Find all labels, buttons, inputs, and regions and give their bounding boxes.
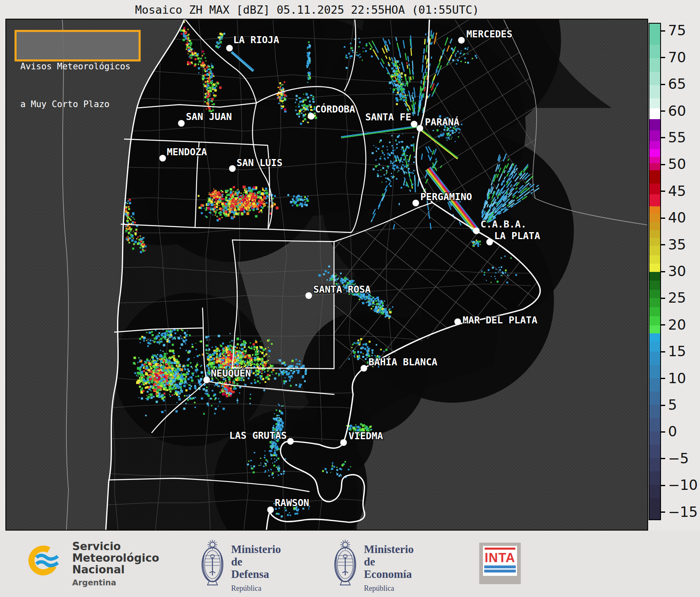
colorbar-tick [661, 405, 665, 406]
city-dot [305, 292, 312, 299]
city-dot [159, 155, 166, 161]
city-dot [411, 121, 417, 127]
city-dot [486, 239, 493, 245]
city-label: SAN JUAN [186, 111, 232, 122]
city-dot [458, 37, 465, 44]
city-dot [229, 165, 236, 172]
colorbar-tick-label: 50 [668, 156, 686, 173]
colorbar-tick-label: −5 [668, 450, 689, 467]
warning-badge-line1: Avisos Meteorológicos [20, 60, 135, 73]
colorbar-tick [661, 431, 665, 433]
coat-of-arms-icon [198, 536, 227, 588]
inta-logo: INTA [479, 543, 521, 584]
economia-line1: Ministerio [364, 543, 414, 555]
warning-badge[interactable]: Avisos Meteorológicos a Muy Corto Plazo [15, 30, 141, 61]
colorbar-tick [661, 244, 665, 245]
colorbar-tick-label: 75 [668, 22, 686, 39]
colorbar-tick-label: 5 [668, 396, 677, 413]
colorbar-tick [661, 84, 665, 85]
city-label: LA RIOJA [233, 34, 279, 45]
defensa-line1: Ministerio [231, 543, 281, 555]
colorbar-tick-label: 55 [668, 129, 686, 146]
colorbar-tick-label: −10 [668, 477, 698, 493]
colorbar-tick-label: 45 [668, 183, 686, 199]
city-label: CÓRDOBA [315, 103, 355, 115]
inta-panel: INTA [483, 546, 517, 576]
inta-bluebar-2 [484, 570, 516, 573]
colorbar-tick-label: 60 [668, 103, 686, 119]
city-dot [412, 200, 419, 206]
smn-line2: Meteorológico [72, 552, 159, 564]
colorbar-tick [661, 458, 665, 459]
colorbar-tick-label: 30 [668, 263, 686, 279]
colorbar-tick [661, 378, 665, 379]
inta-wordmark: INTA [483, 548, 517, 564]
smn-wordmark: Servicio Meteorológico Nacional Argentin… [72, 541, 159, 588]
ministerio-economia-text: Ministerio de Economía República Argenti… [364, 543, 414, 597]
city-label: VIEDMA [349, 431, 383, 441]
city-label: PARANÁ [425, 116, 459, 127]
city-dot [473, 228, 480, 234]
colorbar-tick-label: 15 [668, 343, 686, 360]
city-label: MERCEDES [466, 29, 512, 39]
colorbar-tick [661, 298, 665, 299]
city-dot [361, 365, 367, 372]
colorbar-tick-label: 70 [668, 49, 686, 66]
colorbar-tick-label: 40 [668, 209, 686, 226]
city-label: MAR DEL PLATA [463, 315, 537, 325]
defensa-line2: de Defensa [231, 555, 281, 580]
colorbar-tick [661, 351, 665, 352]
city-label: LAS GRUTAS [229, 430, 287, 441]
colorbar-tick-label: 20 [668, 316, 686, 333]
city-dot [267, 506, 274, 513]
city-dot [340, 439, 347, 446]
colorbar-tick [661, 110, 665, 112]
smn-line1: Servicio [72, 541, 159, 552]
city-label: BAHÍA BLANCA [368, 356, 437, 367]
colorbar-tick-label: 65 [668, 76, 686, 92]
colorbar-tick [661, 137, 665, 138]
colorbar-tick [661, 485, 665, 486]
colorbar-tick [661, 511, 665, 513]
colorbar-tick-label: 10 [668, 370, 686, 387]
inta-bluebar-1 [484, 565, 516, 568]
city-label: RAWSON [275, 497, 309, 508]
colorbar-tick-label: 35 [668, 236, 686, 253]
city-dot [203, 377, 210, 383]
warning-badge-line2: a Muy Corto Plazo [20, 98, 135, 110]
city-label: LA PLATA [494, 230, 540, 241]
city-label: C.A.B.A. [480, 219, 527, 230]
colorbar-tick-label: −15 [668, 504, 698, 520]
colorbar-tick [661, 164, 665, 165]
city-dot [417, 125, 423, 132]
city-label: MENDOZA [167, 147, 207, 157]
economia-line2: de Economía [364, 555, 414, 580]
colorbar-tick [661, 218, 665, 219]
footer: Servicio Meteorológico Nacional Argentin… [0, 531, 700, 597]
radar-map: LA RIOJAMERCEDESSAN JUANCÓRDOBASANTA FEP… [5, 19, 648, 531]
colorbar-tick [661, 271, 665, 272]
smn-icon [26, 541, 64, 580]
coat-of-arms-icon [331, 536, 360, 588]
city-label: SAN LUIS [237, 157, 283, 168]
radar-product-page: Mosaico ZH MAX [dBZ] 05.11.2025 22:55HOA… [0, 0, 700, 597]
city-label: SANTA FE [365, 112, 411, 122]
colorbar-tick-label: 0 [668, 423, 677, 440]
city-dot [287, 438, 294, 445]
smn-line4: Argentina [72, 577, 159, 588]
city-dot [226, 45, 233, 51]
city-label: SANTA ROSA [313, 284, 371, 295]
smn-line3: Nacional [72, 564, 159, 575]
inta-redbar [485, 548, 515, 550]
colorbar-tick [661, 57, 665, 58]
page-title: Mosaico ZH MAX [dBZ] 05.11.2025 22:55HOA… [0, 3, 614, 16]
defensa-sub: República Argentina [231, 582, 281, 597]
economia-sub: República Argentina [364, 582, 414, 597]
city-label: PERGAMINO [420, 191, 472, 202]
colorbar [649, 23, 661, 520]
city-label: NEUQUÉN [211, 367, 251, 379]
colorbar-tick-label: 25 [668, 290, 686, 306]
city-dot [178, 120, 185, 127]
colorbar-tick [661, 324, 665, 325]
colorbar-tick [661, 191, 665, 192]
